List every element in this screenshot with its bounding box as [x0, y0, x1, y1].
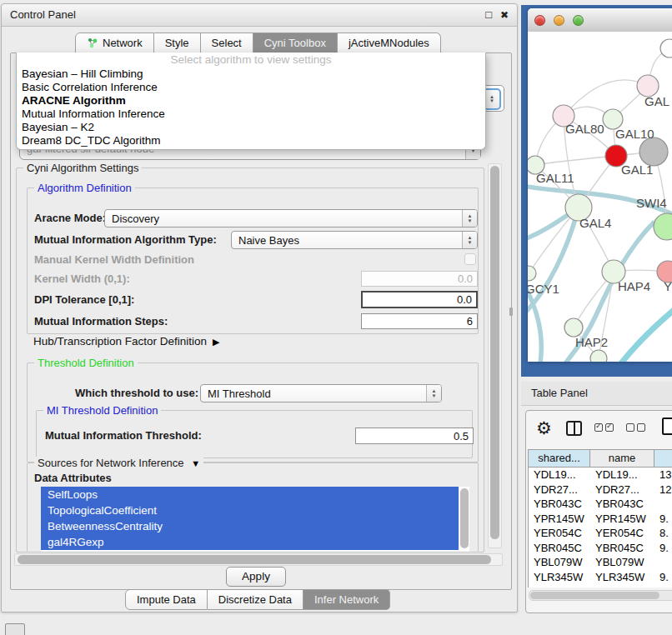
- apply-button[interactable]: Apply: [226, 567, 286, 587]
- table-row[interactable]: YER054CYER054C8.: [529, 526, 672, 541]
- table-row[interactable]: YBL079WYBL079W: [529, 555, 672, 570]
- minimized-panel-button[interactable]: [5, 623, 25, 635]
- network-node[interactable]: [639, 138, 668, 166]
- algorithm-definition-group: Algorithm Definition Aracne Mode: Discov…: [27, 188, 479, 334]
- tab-style[interactable]: Style: [154, 32, 201, 53]
- network-edge[interactable]: [535, 156, 616, 165]
- collapse-down-icon[interactable]: ▼: [191, 458, 200, 468]
- table-cell: [654, 497, 672, 512]
- table-row[interactable]: YBR043CYBR043C: [529, 497, 672, 512]
- settings-horizontal-scrollbar[interactable]: [14, 553, 503, 566]
- column-header-name[interactable]: name: [590, 450, 654, 468]
- node-label-hap2: HAP2: [575, 335, 608, 349]
- kernel-width-label: Kernel Width (0,1):: [34, 271, 130, 287]
- node-label-gal11: GAL11: [536, 171, 574, 185]
- network-window: GALGAL80GAL10GAL1GAL11GAL4SWI4GCY1HAP4YH…: [528, 8, 672, 362]
- select-all-checks-icon[interactable]: [594, 423, 614, 432]
- table-row[interactable]: YLR345WYLR345W9.: [529, 570, 672, 585]
- node-label-gal4: GAL4: [579, 216, 611, 230]
- threshold-definition-title: Threshold Definition: [34, 357, 138, 369]
- mi-steps-input[interactable]: [361, 313, 478, 329]
- tab-impute-data[interactable]: Impute Data: [125, 589, 208, 610]
- network-node-gcy1[interactable]: [528, 266, 536, 281]
- mi-threshold-group: MI Threshold Definition Mutual Informati…: [36, 410, 473, 458]
- algorithm-option-basic-correlation-inference[interactable]: Basic Correlation Inference: [17, 81, 485, 94]
- dpi-tolerance-input[interactable]: [361, 291, 478, 308]
- new-table-icon[interactable]: [662, 418, 672, 435]
- deselect-all-checks-icon[interactable]: [626, 423, 645, 432]
- minimize-traffic-light[interactable]: [554, 15, 564, 26]
- tab-discretize-data[interactable]: Discretize Data: [208, 589, 303, 610]
- network-node-hap2[interactable]: [564, 318, 583, 337]
- table-cell: YIL052C: [529, 584, 590, 588]
- combo-stepper-icon[interactable]: ▲▼: [462, 210, 477, 227]
- close-traffic-light[interactable]: [534, 15, 545, 26]
- settings-vertical-scrollbar[interactable]: [488, 163, 502, 548]
- sources-title-text: Sources for Network Inference: [38, 457, 184, 469]
- network-node[interactable]: [590, 350, 607, 362]
- table-cell: YPR145W: [529, 512, 590, 527]
- aracne-mode-combo[interactable]: Discovery ▲▼: [104, 209, 478, 228]
- attribute-item-gal4rgexp[interactable]: gal4RGexp: [41, 534, 459, 550]
- algorithm-option-bayesian-k2[interactable]: Bayesian – K2: [17, 121, 485, 134]
- mi-threshold-input[interactable]: [355, 428, 474, 444]
- kernel-width-input[interactable]: [361, 271, 478, 287]
- gear-icon[interactable]: ⚙: [536, 418, 552, 439]
- manual-kernel-checkbox[interactable]: [464, 253, 476, 265]
- algorithm-option-bayesian-hill-climbing[interactable]: Bayesian – Hill Climbing: [17, 68, 485, 81]
- tab-jactivemnodules[interactable]: jActiveMNodules: [338, 32, 441, 53]
- network-node[interactable]: [660, 39, 672, 58]
- cyni-toolbox-pane: ▲▼ gal-filtered sir default node ▲▼ Sele…: [10, 52, 512, 590]
- float-window-icon[interactable]: □: [485, 4, 492, 26]
- table-cell: [654, 555, 672, 570]
- table-horizontal-scrollbar[interactable]: [529, 590, 672, 601]
- table-row[interactable]: YIL052CYIL052C9.: [529, 584, 672, 588]
- tab-network[interactable]: Network: [75, 32, 154, 53]
- table-row[interactable]: YDL19...YDL19...13: [529, 468, 672, 482]
- which-threshold-combo[interactable]: MI Threshold ▲▼: [200, 384, 442, 402]
- network-canvas[interactable]: GALGAL80GAL10GAL1GAL11GAL4SWI4GCY1HAP4YH…: [528, 32, 672, 362]
- algorithm-option-aracne-algorithm[interactable]: ARACNE Algorithm: [17, 94, 485, 108]
- network-node-swi4[interactable]: [654, 213, 672, 240]
- tab-infer-network[interactable]: Infer Network: [303, 589, 390, 610]
- table-row[interactable]: YBR045CYBR045C9.: [529, 541, 672, 556]
- mi-algorithm-type-combo[interactable]: Naive Bayes ▲▼: [231, 231, 478, 249]
- table-panel-window: ⚙ shared...nameAYDL19...YDL19...13YDR27.…: [525, 410, 672, 613]
- combo-stepper-icon[interactable]: ▲▼: [462, 232, 477, 248]
- table-cell: 9.: [654, 512, 672, 527]
- zoom-traffic-light[interactable]: [573, 15, 584, 26]
- column-layout-icon[interactable]: [566, 421, 582, 436]
- network-edge[interactable]: [621, 307, 672, 362]
- table-row[interactable]: YDR27...YDR27...12: [529, 482, 672, 498]
- tab-cyni-toolbox[interactable]: Cyni Toolbox: [253, 32, 338, 53]
- settings-vertical-scrollbar-thumb[interactable]: [490, 166, 499, 539]
- table-cell: YBR045C: [590, 541, 654, 556]
- close-window-icon[interactable]: ✖: [500, 4, 509, 26]
- mi-steps-label: Mutual Information Steps:: [34, 313, 168, 329]
- combo-stepper-icon[interactable]: ▲▼: [426, 385, 441, 402]
- attribute-item-topologicalcoefficient[interactable]: TopologicalCoefficient: [41, 502, 459, 518]
- settings-horizontal-scrollbar-thumb[interactable]: [18, 555, 491, 564]
- hub-factor-section-toggle[interactable]: Hub/Transcription Factor Definition▶: [33, 335, 220, 348]
- list-scrollbar-thumb[interactable]: [460, 488, 469, 548]
- attribute-item-selfloops[interactable]: SelfLoops: [41, 487, 459, 502]
- algorithm-option-dream8-dc-tdc-algorithm[interactable]: Dream8 DC_TDC Algorithm: [17, 134, 485, 148]
- network-window-titlebar: [528, 8, 672, 32]
- algorithm-option-mutual-information-inference[interactable]: Mutual Information Inference: [17, 108, 485, 121]
- tab-select[interactable]: Select: [201, 32, 253, 53]
- expand-right-icon[interactable]: ▶: [213, 337, 219, 347]
- list-scrollbar[interactable]: [459, 487, 469, 552]
- table-row[interactable]: YPR145WYPR145W9.: [529, 512, 672, 527]
- data-attributes-list[interactable]: SelfLoopsTopologicalCoefficientBetweenne…: [41, 487, 469, 552]
- network-window-frame: GALGAL80GAL10GAL1GAL11GAL4SWI4GCY1HAP4YH…: [521, 5, 672, 377]
- control-panel-title: Control Panel: [10, 4, 76, 26]
- attribute-item-betweennesscentrality[interactable]: BetweennessCentrality: [41, 518, 459, 534]
- manual-kernel-label: Manual Kernel Width Definition: [34, 254, 194, 266]
- algorithm-dropdown-placeholder: Select algorithm to view settings: [17, 52, 485, 68]
- panel-splitter-handle[interactable]: [509, 308, 513, 316]
- cyni-algorithm-settings-title: Cyni Algorithm Settings: [23, 162, 142, 174]
- column-header-shared[interactable]: shared...: [529, 450, 590, 468]
- column-header-a[interactable]: A: [654, 450, 672, 468]
- tab-label: Network: [103, 33, 143, 52]
- table-horizontal-scrollbar-thumb[interactable]: [530, 592, 659, 599]
